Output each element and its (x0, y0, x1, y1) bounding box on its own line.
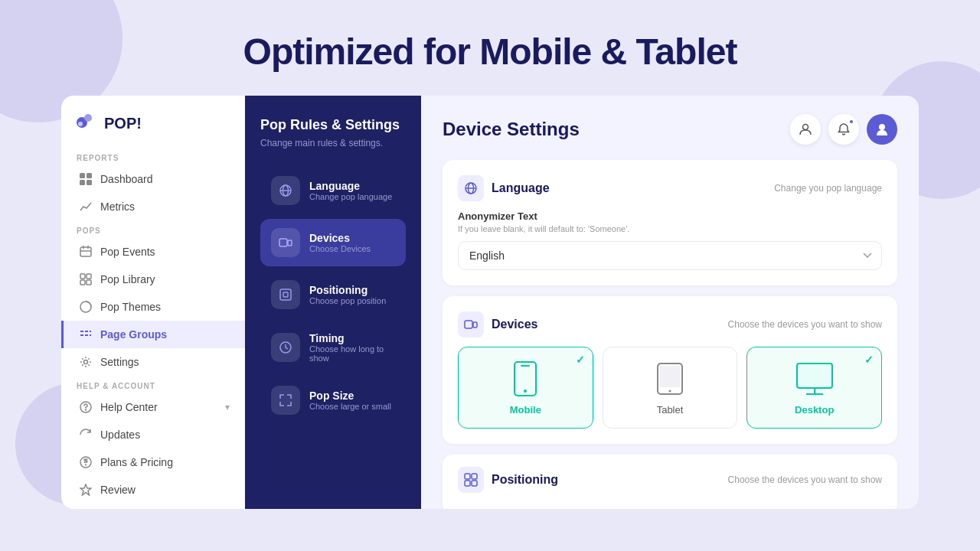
notification-dot (848, 119, 854, 125)
mid-item-timing-text: Timing Choose how long to show (309, 332, 395, 363)
devices-card-header-left: Devices (458, 311, 538, 337)
svg-rect-38 (521, 365, 530, 367)
svg-point-40 (669, 390, 671, 393)
mid-panel: Pop Rules & Settings Change main rules &… (245, 96, 421, 509)
mid-panel-title: Pop Rules & Settings (260, 117, 406, 133)
svg-marker-20 (80, 484, 91, 495)
devices-card-icon (464, 318, 478, 331)
sidebar-item-updates[interactable]: Updates (61, 421, 245, 448)
device-settings-title: Device Settings (443, 119, 580, 140)
svg-rect-2 (78, 122, 83, 126)
language-card: Language Change you pop language Anonymi… (443, 160, 897, 285)
positioning-card-partial: Positioning Choose the devices you want … (443, 455, 897, 509)
device-option-desktop[interactable]: ✓ Desktop (746, 347, 882, 429)
devices-card-icon-wrap (458, 311, 484, 337)
svg-rect-13 (80, 280, 85, 285)
sidebar-logo: POP! (61, 114, 245, 148)
avatar-icon (874, 122, 890, 137)
sidebar-item-pop-themes[interactable]: Pop Themes (61, 293, 245, 321)
svg-rect-48 (465, 481, 470, 486)
svg-rect-11 (80, 274, 85, 279)
sidebar-item-pop-events[interactable]: Pop Events (61, 238, 245, 266)
svg-rect-47 (472, 474, 477, 479)
sidebar-section-reports: REPORTS (61, 148, 245, 165)
logo-text: POP! (104, 115, 142, 132)
sidebar-item-plans-pricing[interactable]: Plans & Pricing (61, 448, 245, 476)
sidebar-item-review[interactable]: Review (61, 476, 245, 504)
avatar-button[interactable] (867, 114, 897, 145)
tablet-label: Tablet (657, 404, 684, 416)
dashboard-icon (79, 172, 93, 186)
bell-button[interactable] (828, 114, 859, 145)
user-button[interactable] (790, 114, 821, 145)
device-option-tablet[interactable]: Tablet (603, 347, 738, 429)
mid-item-language[interactable]: Language Change pop language (260, 167, 406, 214)
mid-item-positioning-icon (271, 280, 300, 309)
svg-rect-5 (80, 180, 85, 185)
svg-rect-12 (87, 274, 91, 279)
svg-rect-42 (797, 364, 832, 388)
sidebar-item-metrics-label: Metrics (100, 201, 135, 213)
desktop-icon (795, 360, 834, 398)
language-card-title: Language (492, 181, 550, 195)
tablet-icon (651, 360, 689, 398)
svg-point-30 (879, 124, 885, 130)
mobile-icon (506, 360, 544, 398)
right-panel-header: Device Settings (443, 114, 897, 145)
sidebar-item-metrics[interactable]: Metrics (61, 193, 245, 220)
mid-item-positioning-text: Positioning Choose pop position (309, 284, 395, 305)
anon-hint: If you leave blank, it will default to: … (458, 224, 882, 233)
help-icon (79, 400, 93, 414)
sidebar-section-pops: POPS (61, 220, 245, 238)
sidebar: POP! REPORTS Dashboard Metrics POPS Pop … (61, 96, 245, 509)
main-content: POP! REPORTS Dashboard Metrics POPS Pop … (61, 96, 919, 509)
svg-rect-4 (87, 173, 92, 178)
mid-item-timing[interactable]: Timing Choose how long to show (260, 323, 406, 372)
device-option-mobile[interactable]: ✓ Mobile (458, 347, 593, 429)
mid-panel-subtitle: Change main rules & settings. (260, 138, 406, 148)
page-groups-icon (79, 328, 93, 341)
svg-rect-24 (279, 239, 287, 246)
mid-item-language-text: Language Change pop language (309, 180, 395, 201)
language-card-header: Language Change you pop language (458, 175, 882, 201)
mid-item-devices[interactable]: Devices Choose Devices (260, 219, 406, 266)
globe-icon (464, 181, 478, 195)
svg-rect-27 (283, 292, 288, 297)
positioning-card-icon-wrap (458, 467, 484, 493)
desktop-label: Desktop (795, 404, 834, 416)
pop-events-icon (79, 245, 93, 259)
svg-rect-41 (659, 366, 681, 387)
sidebar-section-help: HELP & ACCOUNT (61, 376, 245, 393)
sidebar-item-settings[interactable]: Settings (61, 348, 245, 376)
mid-item-language-icon (271, 176, 300, 205)
sidebar-item-updates-label: Updates (100, 429, 140, 441)
page-title: Optimized for Mobile & Tablet (0, 31, 980, 73)
language-select[interactable]: English Spanish French German Portuguese (458, 241, 882, 270)
svg-rect-35 (473, 322, 477, 328)
svg-rect-46 (465, 474, 470, 479)
svg-point-29 (803, 125, 808, 130)
mid-item-positioning[interactable]: Positioning Choose pop position (260, 271, 406, 318)
sidebar-item-settings-label: Settings (100, 356, 139, 368)
desktop-check: ✓ (864, 354, 874, 366)
header-icons (790, 114, 897, 145)
language-card-desc: Change you pop language (774, 183, 882, 194)
sidebar-item-dashboard-label: Dashboard (100, 173, 153, 185)
mid-item-pop-size[interactable]: Pop Size Choose large or small (260, 377, 406, 424)
sidebar-item-pop-library[interactable]: Pop Library (61, 266, 245, 293)
review-icon (79, 483, 93, 497)
svg-point-18 (86, 409, 87, 410)
mobile-label: Mobile (510, 404, 541, 416)
mid-item-devices-icon (271, 228, 300, 257)
mid-item-pop-size-icon (271, 386, 300, 415)
svg-rect-34 (465, 321, 472, 328)
logo-icon (77, 114, 98, 132)
sidebar-item-help-center[interactable]: Help Center ▾ (61, 393, 245, 421)
svg-point-16 (84, 360, 88, 364)
sidebar-item-dashboard[interactable]: Dashboard (61, 165, 245, 193)
mid-item-pop-size-text: Pop Size Choose large or small (309, 390, 395, 411)
positioning-card-header: Positioning Choose the devices you want … (458, 467, 882, 493)
sidebar-item-page-groups[interactable]: Page Groups (61, 321, 245, 348)
device-options: ✓ Mobile Tablet ✓ (458, 347, 882, 429)
svg-rect-14 (87, 280, 91, 285)
